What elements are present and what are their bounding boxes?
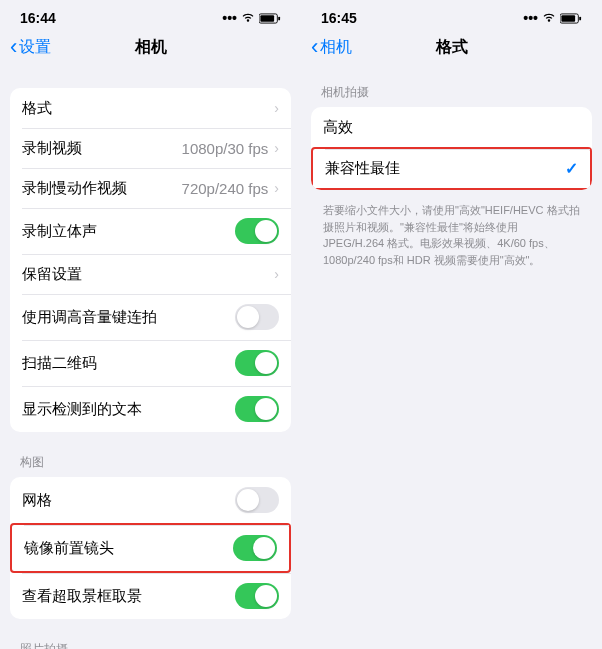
status-time: 16:45 bbox=[321, 10, 357, 26]
most-compatible-row[interactable]: 兼容性最佳 ✓ bbox=[311, 147, 592, 190]
grid-toggle[interactable] bbox=[235, 487, 279, 513]
back-button[interactable]: ‹ 相机 bbox=[311, 36, 352, 58]
row-label: 兼容性最佳 bbox=[325, 159, 565, 178]
section-header-capture: 相机拍摄 bbox=[311, 68, 592, 107]
row-label: 格式 bbox=[22, 99, 274, 118]
nav-bar: ‹ 设置 相机 bbox=[0, 30, 301, 68]
svg-rect-5 bbox=[579, 16, 581, 20]
chevron-right-icon: › bbox=[274, 266, 279, 282]
composition-group: 网格 镜像前置镜头 查看超取景框取景 bbox=[10, 477, 291, 619]
dots-icon: ••• bbox=[222, 10, 237, 26]
row-label: 使用调高音量键连拍 bbox=[22, 308, 235, 327]
status-bar: 16:44 ••• bbox=[0, 0, 301, 30]
scan-qr-toggle[interactable] bbox=[235, 350, 279, 376]
wifi-icon bbox=[542, 13, 556, 23]
check-icon: ✓ bbox=[565, 159, 578, 178]
settings-group-1: 格式 › 录制视频 1080p/30 fps › 录制慢动作视频 720p/24… bbox=[10, 88, 291, 432]
grid-row: 网格 bbox=[10, 477, 291, 523]
battery-icon bbox=[560, 13, 582, 24]
row-label: 网格 bbox=[22, 491, 235, 510]
mirror-front-toggle[interactable] bbox=[233, 535, 277, 561]
status-indicators: ••• bbox=[222, 10, 281, 26]
row-detail: 1080p/30 fps bbox=[182, 140, 269, 157]
section-header-photo-capture: 照片拍摄 bbox=[10, 625, 291, 649]
back-label: 设置 bbox=[19, 37, 51, 58]
preserve-settings-row[interactable]: 保留设置 › bbox=[10, 254, 291, 294]
capture-format-group: 高效 兼容性最佳 ✓ bbox=[311, 107, 592, 190]
chevron-right-icon: › bbox=[274, 140, 279, 156]
record-slomo-row[interactable]: 录制慢动作视频 720p/240 fps › bbox=[10, 168, 291, 208]
battery-icon bbox=[259, 13, 281, 24]
row-detail: 720p/240 fps bbox=[182, 180, 269, 197]
volume-burst-toggle[interactable] bbox=[235, 304, 279, 330]
row-label: 查看超取景框取景 bbox=[22, 587, 235, 606]
chevron-right-icon: › bbox=[274, 100, 279, 116]
svg-rect-4 bbox=[561, 15, 575, 21]
record-stereo-row: 录制立体声 bbox=[10, 208, 291, 254]
detect-text-toggle[interactable] bbox=[235, 396, 279, 422]
chevron-left-icon: ‹ bbox=[10, 36, 17, 58]
view-outside-toggle[interactable] bbox=[235, 583, 279, 609]
svg-rect-1 bbox=[260, 15, 274, 21]
row-label: 保留设置 bbox=[22, 265, 274, 284]
svg-rect-2 bbox=[278, 16, 280, 20]
back-label: 相机 bbox=[320, 37, 352, 58]
section-header-composition: 构图 bbox=[10, 438, 291, 477]
high-efficiency-row[interactable]: 高效 bbox=[311, 107, 592, 147]
status-indicators: ••• bbox=[523, 10, 582, 26]
page-title: 相机 bbox=[135, 37, 167, 58]
dots-icon: ••• bbox=[523, 10, 538, 26]
row-label: 录制立体声 bbox=[22, 222, 235, 241]
formats-screen: 16:45 ••• ‹ 相机 格式 相机拍摄 高效 兼容性最佳 ✓ 若要缩小文件… bbox=[301, 0, 602, 649]
view-outside-row: 查看超取景框取景 bbox=[10, 573, 291, 619]
formats-row[interactable]: 格式 › bbox=[10, 88, 291, 128]
scan-qr-row: 扫描二维码 bbox=[10, 340, 291, 386]
volume-burst-row: 使用调高音量键连拍 bbox=[10, 294, 291, 340]
status-time: 16:44 bbox=[20, 10, 56, 26]
row-label: 高效 bbox=[323, 118, 580, 137]
row-label: 录制慢动作视频 bbox=[22, 179, 182, 198]
row-label: 显示检测到的文本 bbox=[22, 400, 235, 419]
footer-text: 若要缩小文件大小，请使用"高效"HEIF/HEVC 格式拍摄照片和视频。"兼容性… bbox=[311, 196, 592, 274]
back-button[interactable]: ‹ 设置 bbox=[10, 36, 51, 58]
record-video-row[interactable]: 录制视频 1080p/30 fps › bbox=[10, 128, 291, 168]
wifi-icon bbox=[241, 13, 255, 23]
chevron-left-icon: ‹ bbox=[311, 36, 318, 58]
page-title: 格式 bbox=[436, 37, 468, 58]
status-bar: 16:45 ••• bbox=[301, 0, 602, 30]
chevron-right-icon: › bbox=[274, 180, 279, 196]
row-label: 镜像前置镜头 bbox=[24, 539, 233, 558]
mirror-front-row: 镜像前置镜头 bbox=[10, 523, 291, 573]
row-label: 扫描二维码 bbox=[22, 354, 235, 373]
camera-settings-screen: 16:44 ••• ‹ 设置 相机 格式 › 录制视频 1080p/30 fps… bbox=[0, 0, 301, 649]
nav-bar: ‹ 相机 格式 bbox=[301, 30, 602, 68]
stereo-toggle[interactable] bbox=[235, 218, 279, 244]
detect-text-row: 显示检测到的文本 bbox=[10, 386, 291, 432]
row-label: 录制视频 bbox=[22, 139, 182, 158]
